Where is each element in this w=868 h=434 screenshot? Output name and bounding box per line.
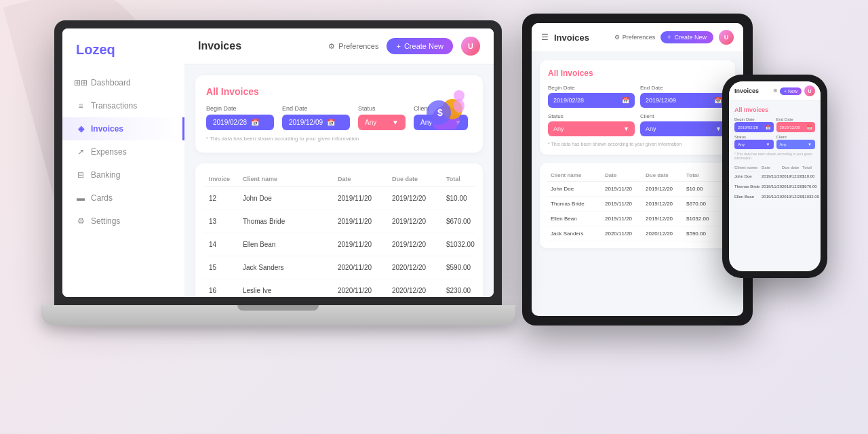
tablet-status-select[interactable]: Any ▼ xyxy=(548,121,635,136)
begin-date-input[interactable]: 2019/02/28 📅 xyxy=(206,115,274,130)
tablet-chevron-icon: ▼ xyxy=(623,125,629,132)
sidebar-item-dashboard[interactable]: ⊞ Dashboard xyxy=(62,71,184,94)
col-date: Date xyxy=(338,176,392,182)
tablet-filter-grid: Begin Date 2019/02/28 📅 End Date 2019/12… xyxy=(548,85,727,136)
sidebar-item-cards[interactable]: ▬ Cards xyxy=(62,186,184,210)
tablet-table: Client name Date Due date Total John Doe… xyxy=(540,163,735,248)
laptop-notch xyxy=(237,305,319,311)
invoice-table: Invoice Client name Date Due date Total … xyxy=(195,163,483,297)
sidebar-item-transactions[interactable]: ≡ Transactions xyxy=(62,94,184,117)
phone-end-label: End Date xyxy=(776,117,816,121)
table-row[interactable]: 16 Leslie Ive 2020/11/20 2020/12/20 $230… xyxy=(203,279,475,297)
phone-client-label: Client xyxy=(776,135,816,139)
tablet-client-group: Client Any ▼ xyxy=(640,113,727,136)
col-due: Due date xyxy=(392,176,446,182)
phone-cal-icon-2: 📅 xyxy=(807,125,812,130)
table-row[interactable]: 13 Thomas Bride 2019/11/20 2019/12/20 $6… xyxy=(203,210,475,233)
filter-card: All Invoices Begin Date 2019/02/28 📅 En xyxy=(195,75,483,153)
table-row[interactable]: Thomas Bride 2019/11/20 2019/12/20 $670.… xyxy=(547,197,728,212)
table-row[interactable]: John Doe 2019/11/20 2019/12/20 $10.00 xyxy=(734,172,815,182)
tablet-all-invoices: All Invoices xyxy=(548,68,727,78)
calendar-icon-2: 📅 xyxy=(327,119,335,126)
tab-col-date: Date xyxy=(605,172,646,178)
end-date-group: End Date 2019/12/09 📅 xyxy=(282,105,350,130)
filter-note: * This data has been shown according to … xyxy=(206,136,472,142)
tablet-topbar: ☰ Invoices ⚙ Preferences + Create New U xyxy=(532,23,743,52)
phone-device: Invoices ⚙ + New U All Invoices Begin Da… xyxy=(722,75,827,278)
tablet-end-date-group: End Date 2019/12/09 📅 xyxy=(640,85,727,108)
table-row[interactable]: Jack Sanders 2020/11/20 2020/12/20 $590.… xyxy=(547,226,728,241)
table-row[interactable]: Ellen Bean 2019/11/20 2019/12/20 $1032.0… xyxy=(734,192,815,202)
phone-filter-grid: Begin Date 2019/02/28 📅 End Date 2019/12… xyxy=(734,117,815,149)
tablet-plus-icon: + xyxy=(667,34,671,41)
status-group: Status Any ▼ xyxy=(358,105,406,130)
laptop-device: Lozeq ⊞ Dashboard ≡ Transactions ◈ Invoi… xyxy=(54,20,515,326)
sidebar-item-invoices[interactable]: ◈ Invoices xyxy=(62,117,184,140)
tablet-client-select[interactable]: Any ▼ xyxy=(640,121,727,136)
tablet-preferences-btn[interactable]: ⚙ Preferences xyxy=(614,34,656,41)
phone-begin-group: Begin Date 2019/02/28 📅 xyxy=(734,117,774,132)
tablet-cal-icon-2: 📅 xyxy=(714,97,722,104)
tablet-menu-icon[interactable]: ☰ xyxy=(541,33,549,42)
col-total: Total xyxy=(446,176,494,182)
status-select[interactable]: Any ▼ xyxy=(358,115,406,130)
tablet-status-label: Status xyxy=(548,113,635,119)
content-area: All Invoices Begin Date 2019/02/28 📅 En xyxy=(184,64,494,297)
main-content: Invoices ⚙ Preferences + Create New U xyxy=(184,28,494,297)
tab-col-due: Due date xyxy=(646,172,686,178)
tablet-begin-label: Begin Date xyxy=(548,85,635,91)
phone-status-select[interactable]: Any ▼ xyxy=(734,140,774,149)
topbar-actions: ⚙ Preferences + Create New U xyxy=(328,37,480,56)
sidebar-item-banking[interactable]: ⊟ Banking xyxy=(62,163,184,186)
table-row[interactable]: 12 John Doe 2019/11/20 2019/12/20 $10.00… xyxy=(203,187,475,210)
phone-client-group: Client Any ▼ xyxy=(776,135,816,149)
tablet-end-date[interactable]: 2019/12/09 📅 xyxy=(640,93,727,108)
phone-new-button[interactable]: + New xyxy=(780,87,802,95)
sidebar-item-expenses[interactable]: ↗ Expenses xyxy=(62,140,184,163)
tablet-create-btn[interactable]: + Create New xyxy=(660,31,713,43)
table-row[interactable]: 15 Jack Sanders 2020/11/20 2020/12/20 $5… xyxy=(203,256,475,279)
chevron-down-icon: ▼ xyxy=(392,119,399,126)
table-row[interactable]: 14 Ellen Bean 2019/11/20 2019/12/20 $103… xyxy=(203,233,475,256)
laptop-base xyxy=(41,305,515,326)
phone-content: All Invoices Begin Date 2019/02/28 📅 End… xyxy=(729,101,821,208)
create-new-button[interactable]: + Create New xyxy=(387,38,453,54)
tablet-status-group: Status Any ▼ xyxy=(548,113,635,136)
tablet-avatar: U xyxy=(719,30,734,45)
phone-note: * This data has been shown according to … xyxy=(734,152,815,160)
phone-client-select[interactable]: Any ▼ xyxy=(776,140,816,149)
laptop-body: Lozeq ⊞ Dashboard ≡ Transactions ◈ Invoi… xyxy=(54,20,502,305)
status-label: Status xyxy=(358,105,406,112)
tablet-begin-date-group: Begin Date 2019/02/28 📅 xyxy=(548,85,635,108)
sidebar: Lozeq ⊞ Dashboard ≡ Transactions ◈ Invoi… xyxy=(62,28,184,297)
svg-text:$: $ xyxy=(437,107,443,118)
tablet-body: ☰ Invoices ⚙ Preferences + Create New U xyxy=(522,14,753,326)
topbar: Invoices ⚙ Preferences + Create New U xyxy=(184,28,494,64)
phone-cal-icon: 📅 xyxy=(766,125,770,130)
preferences-button[interactable]: ⚙ Preferences xyxy=(328,42,378,51)
list-icon: ≡ xyxy=(76,101,85,111)
table-row[interactable]: John Doe 2019/11/20 2019/12/20 $10.00 xyxy=(547,182,728,197)
sidebar-item-settings[interactable]: ⚙ Settings xyxy=(62,210,184,233)
table-row[interactable]: Ellen Bean 2019/11/20 2019/12/20 $1032.0… xyxy=(547,212,728,226)
phone-table-header: Client name Date Due date Total xyxy=(734,164,815,172)
invoice-illustration: $ xyxy=(415,82,469,130)
tablet-page-title: Invoices xyxy=(554,33,589,43)
tablet-end-label: End Date xyxy=(640,85,727,91)
phone-gear-icon[interactable]: ⚙ xyxy=(773,88,777,94)
tablet-filter-card: All Invoices Begin Date 2019/02/28 📅 End… xyxy=(540,60,735,155)
laptop-screen: Lozeq ⊞ Dashboard ≡ Transactions ◈ Invoi… xyxy=(62,28,494,297)
phone-status-label: Status xyxy=(734,135,774,139)
tablet-gear-icon: ⚙ xyxy=(614,34,620,41)
gear-icon: ⚙ xyxy=(328,42,335,51)
phone-end-date[interactable]: 2019/12/08 📅 xyxy=(776,122,816,132)
tablet-begin-date[interactable]: 2019/02/28 📅 xyxy=(548,93,635,108)
tab-col-client: Client name xyxy=(551,172,605,178)
table-row[interactable]: Thomas Bride 2019/11/20 2019/12/20 $670.… xyxy=(734,182,815,192)
col-invoice: Invoice xyxy=(209,176,243,182)
phone-plus-icon: + xyxy=(784,89,787,94)
end-date-input[interactable]: 2019/12/09 📅 xyxy=(282,115,350,130)
tablet-screen: ☰ Invoices ⚙ Preferences + Create New U xyxy=(532,23,743,316)
phone-begin-date[interactable]: 2019/02/28 📅 xyxy=(734,122,774,132)
grid-icon: ⊞ xyxy=(76,78,85,87)
